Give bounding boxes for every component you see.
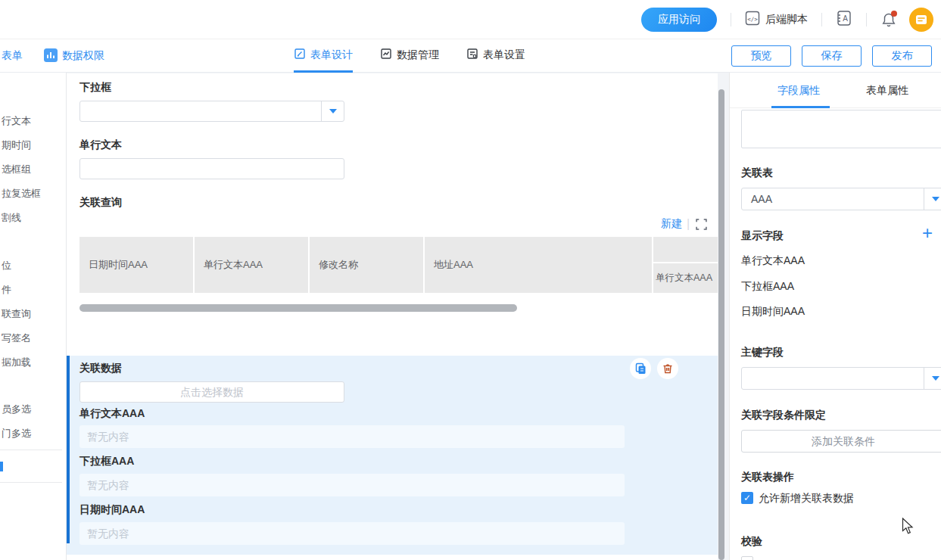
palette-item[interactable]: 期时间 xyxy=(2,138,31,152)
new-record-link[interactable]: 新建 xyxy=(661,217,682,231)
add-condition-button[interactable]: 添加关联条件 xyxy=(741,430,941,453)
form-breadcrumb[interactable]: 表单 xyxy=(2,49,23,63)
field-label-related-data: 关联数据 xyxy=(79,362,122,375)
subfield-label: 单行文本AAA xyxy=(79,407,145,421)
publish-button[interactable]: 发布 xyxy=(872,45,932,67)
palette-item[interactable]: 据加载 xyxy=(2,356,31,369)
tab-field-properties[interactable]: 字段属性 xyxy=(777,73,820,108)
data-permission-button[interactable]: 数据权限 xyxy=(44,48,104,64)
api-journal-icon[interactable]: A xyxy=(836,10,852,30)
related-table-value: AAA xyxy=(751,193,772,205)
divider: | xyxy=(687,217,690,231)
notification-bell-icon[interactable] xyxy=(880,11,897,28)
divider xyxy=(821,13,822,26)
query-table-header: 日期时间AAA 单行文本AAA 修改名称 地址AAA 单行文本AAA xyxy=(79,237,718,293)
palette-item[interactable]: 割线 xyxy=(2,211,21,225)
table-column-header[interactable]: 单行文本AAA xyxy=(195,237,308,293)
display-fields-label: 显示字段 xyxy=(741,229,784,243)
field-name-input[interactable] xyxy=(741,110,941,148)
dropdown-select[interactable] xyxy=(79,101,344,122)
data-permission-label: 数据权限 xyxy=(62,49,104,63)
allow-add-label: 允许新增关联表数据 xyxy=(759,492,854,506)
display-field-item[interactable]: 下拉框AAA xyxy=(741,280,794,294)
tab-form-properties[interactable]: 表单属性 xyxy=(866,73,908,108)
subfield-value-input xyxy=(79,425,625,448)
notification-dot xyxy=(891,11,897,17)
chevron-down-icon[interactable] xyxy=(924,188,941,210)
allow-add-checkbox[interactable]: ✓ xyxy=(741,492,753,504)
bar-chart-icon xyxy=(44,48,58,64)
app-access-button[interactable]: 应用访问 xyxy=(641,8,717,32)
select-data-picker[interactable] xyxy=(79,381,344,403)
user-avatar[interactable] xyxy=(909,8,933,32)
mouse-cursor xyxy=(902,518,915,535)
palette-item[interactable]: 门多选 xyxy=(2,427,31,440)
divider xyxy=(0,482,62,483)
field-label-dropdown: 下拉框 xyxy=(79,81,111,95)
table-column-header[interactable]: 修改名称 xyxy=(310,237,423,293)
table-cell-empty xyxy=(653,237,718,262)
divider xyxy=(866,13,867,26)
table-column-header[interactable]: 地址AAA xyxy=(425,237,652,293)
table-column-header[interactable]: 单行文本AAA xyxy=(653,263,718,293)
svg-text:</>: </> xyxy=(747,16,758,23)
palette-item[interactable]: 写签名 xyxy=(2,331,31,345)
palette-item[interactable]: 拉复选框 xyxy=(2,187,41,201)
single-line-text-input[interactable] xyxy=(79,158,344,179)
palette-item[interactable]: 行文本 xyxy=(2,114,31,128)
add-display-field-icon[interactable]: + xyxy=(922,226,933,241)
tab-form-design[interactable]: 表单设计 xyxy=(294,39,353,73)
palette-item[interactable]: 选框组 xyxy=(2,163,31,176)
designer-tabs: 表单设计 数据管理 表单设置 xyxy=(294,39,525,73)
form-toolbar: 表单 数据权限 表单设计 数据管理 xyxy=(0,39,941,73)
tab-data-manage[interactable]: 数据管理 xyxy=(380,39,439,73)
expand-icon[interactable] xyxy=(696,219,707,233)
condition-label: 关联字段条件限定 xyxy=(741,409,826,422)
palette-item[interactable]: 件 xyxy=(2,283,11,297)
table-ops-label: 关联表操作 xyxy=(741,471,794,484)
svg-text:A: A xyxy=(843,14,848,23)
palette-item[interactable]: 员多选 xyxy=(2,403,31,416)
preview-button[interactable]: 预览 xyxy=(731,45,791,67)
horizontal-scrollbar[interactable] xyxy=(79,304,517,312)
properties-tabs: 字段属性 表单属性 xyxy=(730,73,941,108)
code-icon: </> xyxy=(745,11,760,28)
tab-label: 表单设置 xyxy=(483,48,525,62)
form-canvas: 下拉框 单行文本 关联查询 新建 | 日期时间AAA 单行文本AAA 修改名称 … xyxy=(67,73,729,560)
table-column-header[interactable]: 日期时间AAA xyxy=(79,237,193,293)
active-tab-underline xyxy=(771,106,830,108)
data-manage-icon xyxy=(380,48,392,62)
primary-key-label: 主键字段 xyxy=(741,346,784,359)
chevron-down-icon[interactable] xyxy=(924,368,941,389)
delete-field-button[interactable] xyxy=(657,358,678,379)
display-field-item[interactable]: 单行文本AAA xyxy=(741,254,805,268)
backend-script-label: 后端脚本 xyxy=(765,13,808,26)
related-table-label: 关联表 xyxy=(741,166,773,180)
subfield-value-input xyxy=(79,522,625,545)
primary-key-select[interactable] xyxy=(741,367,941,390)
save-button[interactable]: 保存 xyxy=(802,45,862,67)
palette-item[interactable]: 联查询 xyxy=(2,307,31,321)
copy-field-button[interactable] xyxy=(630,358,651,379)
tab-form-settings[interactable]: 表单设置 xyxy=(466,39,525,73)
divider xyxy=(731,13,731,26)
selection-indicator xyxy=(67,356,70,543)
field-palette-sidebar: 行文本 期时间 选框组 拉复选框 割线 位 件 联查询 写签名 据加载 员多选 … xyxy=(0,73,67,560)
subfield-label: 下拉框AAA xyxy=(79,455,134,468)
display-field-item[interactable]: 日期时间AAA xyxy=(741,305,805,319)
field-label-query: 关联查询 xyxy=(79,196,122,210)
form-design-icon xyxy=(294,48,306,62)
palette-item-partial[interactable] xyxy=(0,462,3,471)
validation-checkbox-partial[interactable] xyxy=(741,556,753,560)
chevron-down-icon[interactable] xyxy=(321,101,344,121)
related-data-section[interactable]: 关联数据 单行文本AAA 下拉框AAA 日期时间AAA xyxy=(67,356,718,555)
backend-script-button[interactable]: </> 后端脚本 xyxy=(745,11,808,28)
table-column-partial: 单行文本AAA xyxy=(653,237,718,293)
properties-panel: 字段属性 表单属性 关联表 AAA 显示字段 + 单行文本AAA 下拉框AAA … xyxy=(729,73,941,560)
vertical-scrollbar[interactable] xyxy=(718,89,724,560)
top-bar: 应用访问 </> 后端脚本 A xyxy=(0,0,941,39)
related-table-select[interactable]: AAA xyxy=(741,188,941,210)
palette-item[interactable]: 位 xyxy=(2,259,11,272)
form-designer-screen: 应用访问 </> 后端脚本 A 表单 数据权限 xyxy=(0,0,941,560)
form-settings-icon xyxy=(466,48,478,62)
